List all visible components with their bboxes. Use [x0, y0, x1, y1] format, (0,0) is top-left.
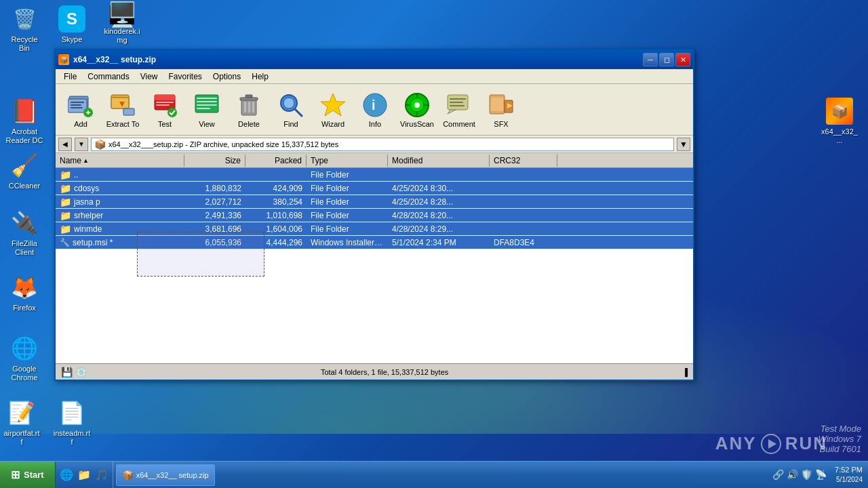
svg-point-36 [414, 102, 420, 108]
find-label: Find [283, 120, 298, 128]
test-button[interactable]: Test [145, 87, 184, 132]
svg-text:i: i [372, 98, 376, 113]
svg-rect-3 [71, 104, 81, 106]
menu-file[interactable]: File [58, 70, 82, 83]
col-header-modified[interactable]: Modified [388, 155, 490, 167]
desktop-icon-kinoderek[interactable]: 🖥️ kinoderek.img [100, 3, 144, 47]
file-packed [245, 174, 307, 176]
anyrun-label: ANY [715, 433, 757, 454]
virusscan-label: VirusScan [400, 120, 434, 128]
table-row[interactable]: 📁 .. File Folder [56, 168, 693, 182]
file-packed: 1,010,698 [245, 209, 307, 222]
col-header-size[interactable]: Size [184, 155, 245, 167]
file-modified: 4/25/2024 8:28... [388, 196, 490, 208]
ql-ie-icon[interactable]: 🌐 [58, 467, 75, 483]
status-text: Total 4 folders, 1 file, 15,337,512 byte… [321, 368, 448, 376]
delete-button[interactable]: Delete [229, 87, 269, 132]
table-row[interactable]: 🔧 setup.msi * 6,055,936 4,444,296 Window… [56, 236, 693, 249]
firefox-icon: 🦊 [11, 274, 38, 301]
add-button[interactable]: Add [61, 87, 100, 132]
extract-to-button[interactable]: Extract To [103, 87, 142, 132]
info-button[interactable]: i Info [355, 87, 395, 132]
minimize-button[interactable]: ─ [643, 53, 658, 66]
desktop-icon-insteadm[interactable]: 📄 insteadm.rtf [50, 396, 94, 449]
file-size: 2,027,712 [184, 196, 245, 208]
file-type: File Folder [307, 196, 388, 208]
view-button[interactable]: View [187, 87, 226, 132]
drive-icon-2: 💿 [75, 367, 87, 378]
table-row[interactable]: 📁 winmde 3,681,696 1,604,006 File Folder… [56, 222, 693, 236]
title-bar: 📦 x64__x32__ setup.zip ─ ◻ ✕ [56, 50, 693, 69]
file-modified [388, 174, 490, 176]
svg-rect-21 [197, 108, 210, 109]
table-row[interactable]: 📁 jasna p 2,027,712 380,254 File Folder … [56, 195, 693, 209]
close-button[interactable]: ✕ [675, 53, 690, 66]
delete-icon [235, 92, 262, 119]
ql-explorer-icon[interactable]: 📁 [76, 467, 92, 483]
add-label: Add [74, 120, 87, 128]
wizard-button[interactable]: Wizard [313, 87, 353, 132]
svg-rect-42 [450, 98, 466, 100]
table-row[interactable]: 📁 cdosys 1,880,832 424,909 File Folder 4… [56, 182, 693, 195]
taskbar-item-winrar[interactable]: 📦 x64__x32__ setup.zip [116, 464, 215, 486]
find-button[interactable]: Find [271, 87, 311, 132]
desktop-icon-ccleaner[interactable]: 🧹 CCleaner [3, 149, 46, 193]
address-path: x64__x32___setup.zip - ZIP archive, unpa… [108, 140, 338, 148]
address-input[interactable]: 📦 x64__x32___setup.zip - ZIP archive, un… [91, 138, 674, 151]
address-dropdown-button[interactable]: ▼ [677, 138, 690, 151]
sfx-label: SFX [494, 120, 508, 128]
desktop-icon-firefox[interactable]: 🦊 Firefox [3, 271, 46, 315]
title-bar-buttons: ─ ◻ ✕ [643, 53, 690, 66]
tray-volume-icon[interactable]: 🔊 [787, 469, 798, 480]
address-bar: ◀ ▼ 📦 x64__x32___setup.zip - ZIP archive… [56, 136, 693, 153]
folder-icon: 📁 [60, 183, 71, 194]
anyrun-play-icon [761, 434, 781, 454]
sort-asc-icon: ▲ [83, 157, 89, 164]
svg-rect-13 [155, 95, 175, 100]
file-crc32 [490, 228, 557, 230]
sfx-button[interactable]: SFX [481, 87, 521, 132]
col-header-type[interactable]: Type [307, 155, 388, 167]
svg-rect-43 [450, 102, 463, 103]
file-type: File Folder [307, 182, 388, 195]
desktop-icon-airportfat[interactable]: 📝 airportfat.rtf [0, 396, 43, 449]
clock-time: 7:52 PM [835, 465, 863, 475]
svg-marker-45 [448, 110, 456, 114]
desktop-icon-skype[interactable]: S Skype [50, 3, 94, 47]
svg-marker-31 [321, 94, 345, 116]
svg-rect-19 [197, 101, 217, 102]
col-header-name[interactable]: Name ▲ [56, 155, 184, 167]
file-crc32: DFA8D3E4 [490, 237, 557, 249]
clock: 7:52 PM 5/1/2024 [835, 465, 863, 485]
drive-icon-1: 💾 [61, 367, 73, 378]
virusscan-button[interactable]: VirusScan [397, 87, 437, 132]
desktop-icon-filezilla[interactable]: 🔌 FileZilla Client [3, 207, 46, 260]
forward-button[interactable]: ▼ [75, 138, 88, 151]
restore-button[interactable]: ◻ [659, 53, 674, 66]
file-name: jasna p [74, 197, 100, 207]
menu-view[interactable]: View [135, 70, 163, 83]
menu-help[interactable]: Help [246, 70, 274, 83]
clock-date: 5/1/2024 [835, 475, 863, 485]
desktop-icon-chrome[interactable]: 🌐 Google Chrome [3, 332, 46, 385]
ql-media-icon[interactable]: 🎵 [94, 467, 110, 483]
desktop-icon-recycle-bin[interactable]: 🗑️ Recycle Bin [3, 3, 46, 56]
tray-network-icon[interactable]: 🔗 [772, 469, 784, 480]
desktop-icon-x64x32[interactable]: 📦 x64__x32_... [818, 95, 861, 148]
tray-security-icon[interactable]: 🛡️ [801, 469, 812, 480]
comment-button[interactable]: Comment [439, 87, 479, 132]
svg-marker-51 [768, 439, 776, 449]
start-button[interactable]: Start [0, 462, 56, 488]
desktop-icon-acrobat[interactable]: 📕 Acrobat Reader DC [3, 95, 46, 148]
wizard-label: Wizard [321, 120, 344, 128]
menu-favorites[interactable]: Favorites [163, 70, 208, 83]
col-header-packed[interactable]: Packed [245, 155, 307, 167]
table-row[interactable]: 📁 srhelper 2,491,336 1,010,698 File Fold… [56, 209, 693, 222]
col-header-crc32[interactable]: CRC32 [490, 155, 557, 167]
svg-line-30 [295, 109, 302, 116]
back-button[interactable]: ◀ [58, 138, 72, 151]
tray-notify-icon[interactable]: 📡 [815, 469, 827, 480]
menu-commands[interactable]: Commands [82, 70, 134, 83]
menu-options[interactable]: Options [208, 70, 246, 83]
test-icon [151, 92, 178, 119]
